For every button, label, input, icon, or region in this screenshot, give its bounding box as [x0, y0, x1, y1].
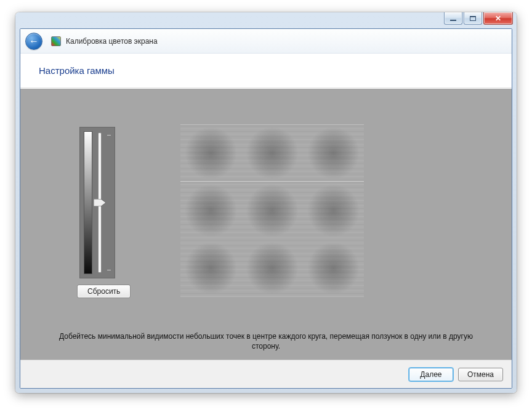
client-area: ← Калибровка цветов экрана Настройка гам…	[20, 28, 512, 389]
slider-tick-bottom	[107, 270, 111, 270]
gamma-pattern-cell	[303, 240, 364, 297]
close-icon: ✕	[495, 14, 501, 23]
reset-button[interactable]: Сбросить	[77, 285, 131, 298]
back-button[interactable]: ←	[25, 33, 42, 50]
window-controls: ✕	[443, 12, 513, 27]
app-title: Калибровка цветов экрана	[66, 37, 158, 46]
gamma-pattern-cell	[303, 182, 364, 239]
wizard-button-bar: Далее Отмена	[20, 360, 512, 388]
gradient-scale-icon	[84, 131, 92, 274]
gamma-pattern-cell	[303, 124, 364, 182]
page-heading-bar: Настройка гаммы	[20, 54, 512, 88]
cancel-button[interactable]: Отмена	[458, 368, 503, 381]
slider-tick-top	[107, 135, 111, 136]
svg-marker-0	[94, 199, 106, 206]
window-chrome: ✕ ← Калибровка цветов экрана Настройка г…	[15, 12, 517, 393]
gamma-pattern-cell	[241, 182, 302, 239]
gamma-pattern-cell	[180, 182, 241, 239]
instruction-text: Добейтесь минимальной видимости небольши…	[20, 326, 512, 360]
content-panel: Сбросить Добейтесь минимальной видимости…	[20, 89, 512, 360]
gamma-pattern-cell	[180, 240, 241, 297]
maximize-button[interactable]	[464, 12, 482, 25]
gamma-slider[interactable]	[79, 127, 115, 278]
gamma-pattern-cell	[241, 124, 302, 182]
close-button[interactable]: ✕	[483, 12, 513, 25]
maximize-icon	[470, 16, 476, 21]
gamma-pattern-cell	[241, 240, 302, 297]
gamma-pattern-grid	[180, 124, 364, 297]
back-arrow-icon: ←	[29, 36, 39, 47]
minimize-icon	[450, 20, 456, 21]
slider-thumb[interactable]	[94, 199, 106, 206]
gamma-slider-block: Сбросить	[77, 127, 118, 298]
next-button[interactable]: Далее	[409, 368, 453, 381]
calibration-area: Сбросить	[20, 89, 512, 326]
minimize-button[interactable]	[444, 12, 462, 25]
app-icon	[51, 36, 61, 46]
gamma-pattern-cell	[180, 124, 241, 182]
header-bar: ← Калибровка цветов экрана	[20, 29, 512, 54]
page-title: Настройка гаммы	[39, 65, 115, 76]
